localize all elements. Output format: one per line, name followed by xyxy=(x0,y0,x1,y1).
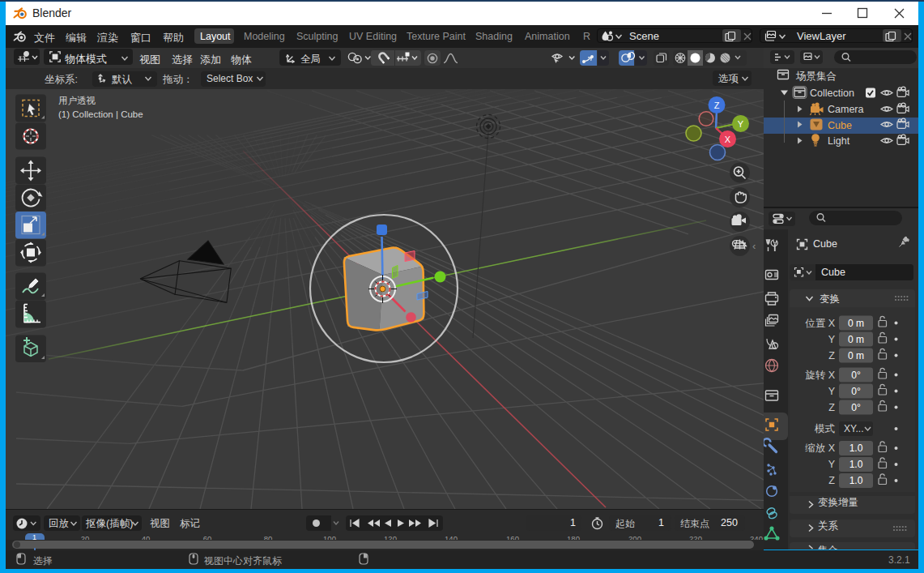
svg-text:Z: Z xyxy=(714,100,720,110)
svg-text:0 m: 0 m xyxy=(848,350,864,361)
svg-text:Y: Y xyxy=(828,386,836,397)
svg-text:1.0: 1.0 xyxy=(849,459,863,470)
svg-text:旋转 X: 旋转 X xyxy=(805,370,835,381)
svg-text:0°: 0° xyxy=(851,386,861,397)
svg-text:XY...: XY... xyxy=(844,423,863,434)
svg-text:Z: Z xyxy=(828,475,835,486)
svg-text:Cube: Cube xyxy=(828,120,852,131)
svg-text:模式: 模式 xyxy=(814,423,836,434)
svg-text:0 m: 0 m xyxy=(848,318,864,329)
svg-text:缩放 X: 缩放 X xyxy=(805,443,835,454)
svg-text:1.0: 1.0 xyxy=(849,443,863,454)
svg-text:Z: Z xyxy=(828,350,835,361)
svg-text:Y: Y xyxy=(828,459,836,470)
svg-text:0°: 0° xyxy=(851,370,861,381)
svg-text:0 m: 0 m xyxy=(848,334,864,345)
svg-text:Z: Z xyxy=(828,402,835,413)
svg-text:Light: Light xyxy=(828,135,850,147)
svg-text:X: X xyxy=(725,135,731,144)
svg-text:Camera: Camera xyxy=(828,104,864,115)
svg-text:场景集合: 场景集合 xyxy=(795,71,837,82)
svg-text:Y: Y xyxy=(738,119,744,129)
svg-text:位置 X: 位置 X xyxy=(805,318,835,329)
svg-text:0°: 0° xyxy=(851,402,861,413)
svg-text:1.0: 1.0 xyxy=(849,475,863,486)
svg-text:Y: Y xyxy=(828,334,836,345)
svg-text:Collection: Collection xyxy=(810,88,854,99)
